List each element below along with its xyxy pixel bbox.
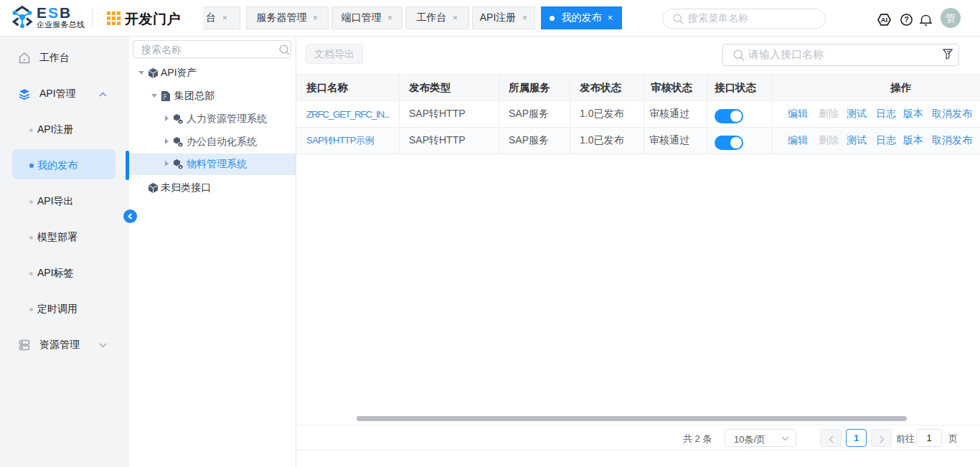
svg-text:?: ? xyxy=(904,15,908,24)
svg-text:AI: AI xyxy=(881,16,888,24)
